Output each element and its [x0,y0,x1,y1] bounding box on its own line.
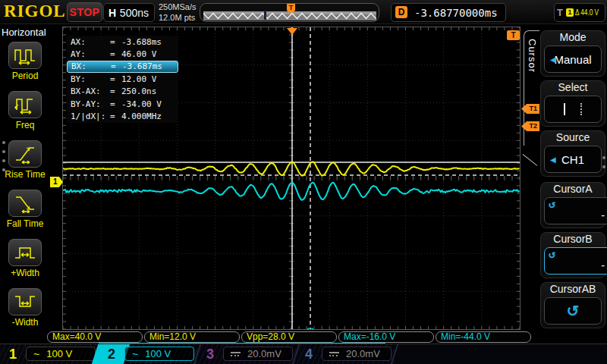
readout-row-ay: AY:=46.00 V [67,48,178,60]
menu-item-rise-time[interactable]: Rise Time [3,140,47,180]
left-arrow-icon: ◀ [550,155,556,164]
ch2-scale: 100 V [145,348,171,359]
softkey-select[interactable]: Select [540,80,605,127]
channel-status-bar: 1 ~ 100 V 2 ~ 100 V 3 20.0mV 4 [0,344,607,364]
delay-badge: D [395,6,407,18]
softkey-cursor-b[interactable]: CursorB ↺ -3.687ms [540,232,605,278]
left-function-menu: Horizontal Period Freq Rise Time [0,24,50,332]
fall-time-icon [14,193,36,213]
divider [390,344,398,364]
brand-logo: RIGOL [4,2,66,21]
menu-item-minus-width[interactable]: -Width [3,288,47,328]
sample-rate: 250MSa/s [159,2,197,12]
page-dot [602,156,605,159]
page-dot [2,150,5,153]
ch3-scale: 20.0mV [247,348,281,359]
waveform-preview-bar[interactable]: T [200,3,379,22]
trigger-label: T [557,7,563,18]
rise-time-icon [14,144,36,164]
softkey-source[interactable]: Source ◀ CH1 [540,130,605,177]
period-icon [14,46,36,65]
measurement-ch1-max: Max=40.0 V [47,331,143,343]
measurement-ch2-max: Max=-16.0 V [338,331,434,343]
readout-row-by: BY:=12.00 V [67,73,178,85]
trigger-status-block[interactable]: T 1 Δ 44.0 V [554,3,605,22]
channel-4-status[interactable]: 4 20.0mV [296,344,395,364]
plus-width-icon [14,243,36,262]
horizontal-timebase-block[interactable]: H 500ns [103,3,155,22]
cursor-menu-tab: Cursor [524,30,539,146]
memory-depth: 12.0M pts [159,12,197,23]
measurement-ch1-vpp: Vpp=28.0 V [241,331,337,343]
ch1-ground-marker[interactable]: 1 [50,177,63,187]
menu-item-fall-time[interactable]: Fall Time [3,190,47,229]
left-arrow-icon: ◀ [550,55,556,64]
page-dot [2,141,5,144]
top-status-bar: RIGOL STOP H 500ns 250MSa/s 12.0M pts T … [0,0,607,24]
trigger-level-value: Δ 44.0 V [575,8,599,17]
ch1-scale: 100 V [46,348,72,359]
channel-3-status[interactable]: 3 20.0mV [197,344,296,364]
freq-icon [14,95,36,115]
minus-width-icon [14,292,36,312]
rotate-knob-icon: ↺ [549,247,555,261]
menu-item-plus-width[interactable]: +Width [3,239,47,278]
measurement-ch2-min: Min=-44.0 V [436,331,531,343]
page-dot [602,165,605,168]
page-dot [2,168,5,171]
run-stop-indicator[interactable]: STOP [67,2,102,22]
channel-1-status[interactable]: 1 ~ 100 V [0,344,99,364]
readout-row-bxax: BX-AX:=250.0ns [67,86,178,98]
trigger-position-marker[interactable] [287,28,297,35]
ac-coupling-icon: ~ [33,349,39,359]
cursor-a-line-icon [564,103,565,115]
delay-value: -3.68770000ms [414,7,498,19]
channel-2-status[interactable]: 2 ~ 100 V [99,344,197,364]
trigger-level-offscreen-flag[interactable]: T [507,30,520,40]
ac-coupling-icon: ~ [132,349,138,359]
horizontal-label: H [109,7,116,19]
dc-coupling-icon [329,352,339,356]
readout-row-ax: AX:=-3.688ms [67,36,178,48]
dc-coupling-icon [231,352,241,356]
measurement-ch1-min: Min=12.0 V [144,331,240,343]
trigger-source-badge: 1 [566,8,574,17]
right-soft-menu: Mode ◀ Manual Select Source ◀ CH1 Cursor… [539,24,607,337]
graticule: AX:=-3.688ms AY:=46.00 V BX:=-3.687ms BY… [62,27,521,330]
softkey-cursor-a[interactable]: CursorA ↺ -3.688ms [540,182,605,228]
ch4-scale: 20.0mV [346,348,380,359]
cursor-readout-box: AX:=-3.688ms AY:=46.00 V BX:=-3.687ms BY… [67,36,178,123]
softkey-mode[interactable]: Mode ◀ Manual [540,30,605,77]
cursor-b-line-icon [580,103,582,115]
readout-row-bx: BX:=-3.687ms [67,61,178,73]
menu-item-period[interactable]: Period [3,42,47,81]
readout-row-byay: BY-AY:=-34.00 V [67,98,178,110]
sample-rate-block: 250MSa/s 12.0M pts [159,2,197,23]
rotate-knob-icon: ↺ [549,197,555,211]
softkey-cursor-ab[interactable]: CursorAB ↺ [540,282,605,328]
left-menu-title: Horizontal [0,24,50,38]
readout-row-freq: 1/|dX|:=4.000MHz [67,110,178,122]
timebase-value: 500ns [120,7,149,19]
menu-item-freq[interactable]: Freq [3,91,47,130]
page-dot [2,159,5,162]
delay-block[interactable]: D -3.68770000ms [391,3,506,22]
oscilloscope-screen: RIGOL STOP H 500ns 250MSa/s 12.0M pts T … [0,0,607,364]
rotate-knob-icon: ↺ [567,302,580,320]
preview-position-tick [264,11,266,20]
